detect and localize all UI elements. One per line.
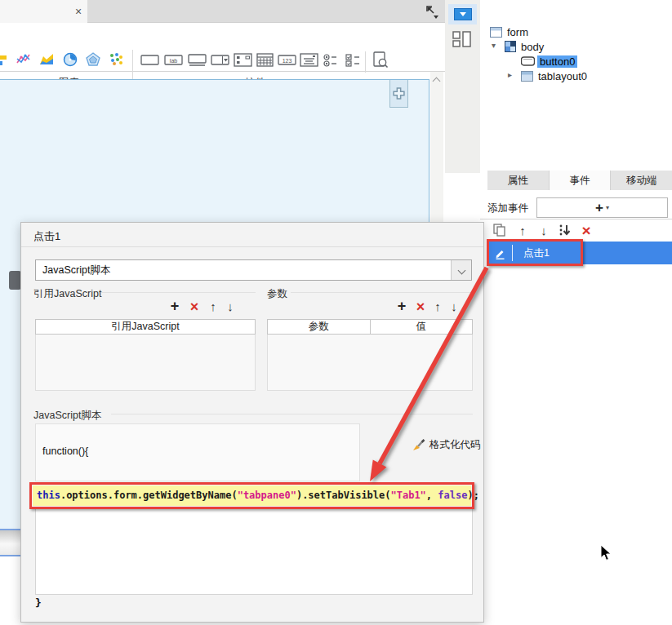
- collapse-arrow-icon[interactable]: ▾: [492, 41, 496, 50]
- svg-text:123: 123: [283, 58, 292, 64]
- preview-widget-icon[interactable]: [372, 51, 389, 69]
- collapse-corner-icon[interactable]: [424, 3, 440, 20]
- copy-event-icon[interactable]: [492, 222, 508, 238]
- tablayout-icon: [521, 71, 533, 82]
- dropdown-arrow-icon: ▾: [606, 204, 609, 211]
- code-token-string2: "Tab1": [391, 490, 426, 501]
- code-token-chain1: .options.form.getWidgetByName(: [60, 490, 238, 501]
- number-widget-icon[interactable]: 123: [278, 53, 297, 68]
- param-table-body[interactable]: [267, 335, 473, 391]
- combo-dropdown-button[interactable]: [451, 260, 471, 280]
- event-type-value: JavaScript脚本: [36, 264, 451, 277]
- event-item-label: 点击1: [513, 246, 550, 260]
- code-token-chain2: ).setTabVisible(: [296, 490, 391, 501]
- delete-event-icon[interactable]: ×: [578, 222, 594, 238]
- code-token-comma: ,: [426, 490, 438, 501]
- selected-tree-label: button0: [537, 55, 577, 68]
- expand-arrow-icon[interactable]: ▸: [508, 70, 512, 79]
- radio-widget-icon[interactable]: [323, 52, 342, 69]
- tree-item-body[interactable]: ▾ body: [480, 39, 672, 54]
- mouse-cursor: [600, 544, 613, 562]
- widget-mode-icon: [454, 8, 472, 20]
- ref-js-table-body[interactable]: [35, 335, 256, 391]
- annotation-box-code: this.options.form.getWidgetByName("tabpa…: [29, 482, 474, 509]
- label-widget-icon[interactable]: lab: [164, 53, 184, 68]
- document-tab[interactable]: ×: [0, 0, 87, 23]
- param-up-icon[interactable]: ↑: [430, 299, 445, 313]
- param-table-header: 参数 值: [267, 319, 473, 335]
- checkbox-widget-icon[interactable]: [345, 52, 364, 69]
- ref-add-icon[interactable]: +: [167, 298, 183, 314]
- param-add-icon[interactable]: +: [394, 298, 410, 314]
- script-editor-header: function(){: [35, 423, 360, 481]
- button-icon: [521, 56, 535, 66]
- tab-events[interactable]: 事件: [550, 171, 612, 190]
- highlighted-code-line[interactable]: this.options.form.getWidgetByName("tabpa…: [33, 485, 471, 506]
- tab-mobile[interactable]: 移动端: [611, 171, 672, 190]
- canvas-add-handle[interactable]: [389, 80, 408, 108]
- add-event-button[interactable]: + ▾: [536, 197, 668, 218]
- param-group-label: 参数: [267, 287, 287, 301]
- format-code-label: 格式化代码: [429, 438, 481, 452]
- group-line: [291, 292, 473, 293]
- add-event-label: 添加事件: [487, 202, 528, 215]
- ref-down-icon[interactable]: ↓: [223, 299, 238, 313]
- title-divider: [21, 246, 483, 247]
- group-line: [111, 414, 473, 414]
- function-open-text: function(){: [42, 445, 88, 457]
- tree-toolbar: ×: [480, 0, 672, 23]
- ref-up-icon[interactable]: ↑: [206, 299, 220, 313]
- tree-item-tablayout0[interactable]: ▸ tablayout0: [480, 69, 672, 83]
- event-type-select[interactable]: JavaScript脚本: [35, 259, 472, 281]
- sort-events-icon[interactable]: [556, 222, 574, 238]
- tab-close-icon[interactable]: ×: [75, 5, 82, 18]
- scatter-chart-icon[interactable]: [109, 52, 123, 67]
- script-editor-area[interactable]: [35, 508, 473, 595]
- ref-js-group-label: 引用JavaScript: [33, 287, 101, 301]
- panel-tabs: 属性 事件 移动端: [487, 171, 672, 190]
- calendar-widget-icon[interactable]: [256, 52, 275, 69]
- code-token-end: );: [467, 490, 478, 501]
- gauge-chart-icon[interactable]: [63, 52, 78, 67]
- radar-chart-icon[interactable]: [86, 52, 100, 67]
- textbox-widget-icon[interactable]: [140, 53, 160, 68]
- ref-js-column[interactable]: 引用JavaScript: [36, 320, 255, 334]
- svg-text:lab: lab: [170, 58, 177, 64]
- param-column[interactable]: 参数: [268, 320, 370, 334]
- format-code-button[interactable]: 格式化代码: [412, 437, 481, 452]
- list-widget-icon[interactable]: [300, 52, 319, 69]
- plus-icon: +: [595, 201, 603, 215]
- param-delete-icon[interactable]: ×: [412, 299, 429, 315]
- body-icon: [505, 41, 516, 52]
- event-up-icon[interactable]: ↑: [514, 222, 531, 238]
- tool-mode-strip: [445, 0, 480, 173]
- tree-item-button0[interactable]: button0: [480, 54, 672, 69]
- dropdown-widget-icon[interactable]: [211, 53, 230, 68]
- widget-tree: form ▾ body button0 ▸ tablayout0: [480, 24, 672, 171]
- widget-mode-button[interactable]: [448, 4, 477, 24]
- dialog-title: 点击1: [33, 229, 60, 244]
- code-token-false: false: [438, 490, 467, 501]
- document-tabbar: ×: [0, 0, 445, 23]
- button0-widget[interactable]: [9, 271, 21, 290]
- edit-event-button[interactable]: [487, 242, 512, 264]
- panel-widget-icon[interactable]: [234, 52, 253, 69]
- param-down-icon[interactable]: ↓: [447, 299, 461, 313]
- ref-js-table-header: 引用JavaScript: [35, 319, 256, 335]
- area-chart-icon[interactable]: [39, 52, 54, 67]
- event-down-icon[interactable]: ↓: [536, 222, 552, 238]
- textarea-widget-icon[interactable]: [188, 53, 207, 68]
- event-list-row[interactable]: 点击1: [487, 242, 672, 264]
- event-toolbar: ↑ ↓ ×: [480, 219, 672, 242]
- ref-delete-icon[interactable]: ×: [186, 299, 202, 315]
- value-column[interactable]: 值: [370, 320, 473, 334]
- bar-chart-icon[interactable]: [0, 53, 8, 68]
- line-chart-icon[interactable]: [16, 52, 31, 67]
- scroll-up-icon[interactable]: [433, 78, 441, 86]
- tab-properties[interactable]: 属性: [487, 171, 550, 190]
- function-close-text: }: [35, 596, 42, 609]
- layout-mode-button[interactable]: [450, 29, 474, 49]
- tree-item-form[interactable]: form: [480, 24, 672, 39]
- ribbon-toolbar: 图表 lab 123 控件: [0, 23, 445, 72]
- script-group-label: JavaScript脚本: [33, 409, 101, 423]
